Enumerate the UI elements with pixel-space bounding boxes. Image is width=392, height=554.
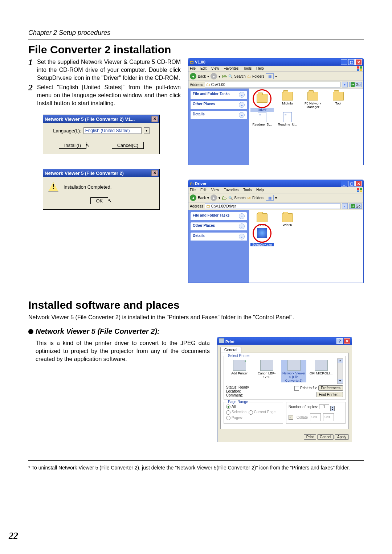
menu-file[interactable]: File [190,66,196,70]
group-copies: Number of copies: 1 ▲▼ ✓ Collate [286,402,346,424]
copies-stepper[interactable]: ▲▼ [330,406,335,411]
address-label: Address [190,204,203,208]
explorer-window-v100: 🗀 V1.00 _ ▢ ✕ File Edit View Favorites T… [188,58,364,165]
back-icon[interactable]: ◄ [190,73,196,79]
side-panel-details[interactable]: Details [193,112,205,118]
back-icon[interactable]: ◄ [190,194,196,201]
folders-icon[interactable]: 🗂 [247,196,251,200]
minimize-icon[interactable]: _ [341,181,347,186]
copies-input[interactable]: 1 [319,405,329,409]
menu-file[interactable]: File [190,188,196,192]
chevron-icon[interactable]: ⌄ [239,223,245,229]
go-label: Go [356,83,360,87]
chevron-icon[interactable]: ⌄ [239,112,245,118]
menu-view[interactable]: View [211,188,219,192]
file-readme2[interactable]: Readme_U... [276,112,299,126]
folder-driver[interactable]: Driver [250,91,274,112]
search-label[interactable]: Search [234,74,246,78]
side-panel-tasks[interactable]: File and Folder Tasks [193,213,230,219]
scrollbar[interactable]: ▲ ▼ [337,358,343,384]
scroll-down-icon[interactable]: ▼ [338,379,343,383]
print-to-file-checkbox[interactable] [294,386,299,391]
status-value: Ready [238,385,249,389]
menu-help[interactable]: Help [256,66,264,70]
go-button[interactable]: ➜ Go [349,82,362,87]
up-folder-icon[interactable]: 🗁 [222,195,227,201]
address-path: C:\V1.00\Driver [211,204,236,208]
side-panel-places[interactable]: Other Places [193,102,215,108]
up-folder-icon[interactable]: 🗁 [222,73,227,79]
radio-all[interactable] [226,405,230,409]
close-icon[interactable]: ✕ [355,181,362,186]
search-icon[interactable]: 🔍 [228,74,233,78]
divider [28,460,364,461]
close-icon[interactable]: ✕ [151,170,158,176]
folders-label[interactable]: Folders [252,196,264,200]
back-label[interactable]: Back [198,74,206,78]
views-icon[interactable]: ▦ [266,195,274,201]
close-icon[interactable]: ✕ [344,338,350,344]
chevron-icon[interactable]: ⌄ [239,213,245,219]
radio-all-label: All [232,405,236,409]
cancel-button[interactable]: Cancel [317,434,334,440]
minimize-icon[interactable]: _ [341,59,347,65]
menu-edit[interactable]: Edit [200,66,207,70]
menu-tools[interactable]: Tools [243,66,252,70]
address-field[interactable]: 🗀 C:\V1.00\Driver [205,203,340,209]
side-panel-places[interactable]: Other Places [193,223,215,229]
folder-win2k[interactable]: Win2K [276,213,299,227]
section-2-text: Network Viewer 5 (File Converter 2) is i… [28,313,364,321]
chevron-down-icon[interactable]: ▼ [342,82,348,87]
forward-icon[interactable]: ► [211,194,217,201]
chevron-icon[interactable]: ⌄ [239,102,245,108]
maximize-icon[interactable]: ▢ [348,59,355,65]
file-label: SetupDrv.exe [250,243,274,246]
close-icon[interactable]: ✕ [151,116,158,122]
side-panel-details[interactable]: Details [193,234,205,239]
subsection-text: This is a kind of the printer driver to … [36,339,210,363]
file-label: Readme_U... [276,123,299,126]
maximize-icon[interactable]: ▢ [348,181,355,186]
apply-button[interactable]: Apply [335,434,349,440]
menu-tools[interactable]: Tools [243,188,252,192]
file-readme1[interactable]: Readme_3l... [250,112,274,126]
views-icon[interactable]: ▦ [266,73,274,79]
chevron-down-icon[interactable]: ▼ [144,127,150,134]
menu-view[interactable]: View [211,66,219,70]
scroll-up-icon[interactable]: ▲ [338,359,343,363]
search-icon[interactable]: 🔍 [228,196,233,200]
ok-button[interactable]: OK [90,197,108,204]
folder-tool[interactable]: Tool [327,91,350,112]
go-button[interactable]: ➜ Go [349,204,362,209]
chevron-icon[interactable]: ⌄ [239,234,245,239]
language-select[interactable]: English (United States) [83,127,142,134]
tab-general[interactable]: General [220,347,241,353]
menu-help[interactable]: Help [256,188,264,192]
side-panel-tasks[interactable]: File and Folder Tasks [193,92,230,98]
chevron-icon[interactable]: ⌄ [239,92,245,98]
chevron-down-icon[interactable]: ▼ [342,203,348,209]
printer-nv5[interactable]: Network Viewer 5 (File Converter2) [281,360,306,382]
folders-label[interactable]: Folders [252,74,264,78]
menu-favorites[interactable]: Favorites [224,66,238,70]
printer-oki[interactable]: OKI MICROLI... [309,360,334,382]
folder-mibinfo[interactable]: MibInfo [276,91,299,112]
cancel-button[interactable]: Cancel(C) [112,142,144,149]
search-label[interactable]: Search [234,196,246,200]
menu-favorites[interactable]: Favorites [224,188,238,192]
back-label[interactable]: Back [198,196,206,200]
printer-canon[interactable]: Canon LBP-1760 [254,360,279,382]
printer-add[interactable]: Add Printer [227,360,252,382]
help-icon[interactable]: ? [336,338,343,344]
forward-icon[interactable]: ► [211,73,217,79]
preferences-button[interactable]: Preferences [318,385,343,391]
address-field[interactable]: 🗀 C:\V1.00 [205,82,340,87]
close-icon[interactable]: ✕ [355,59,362,65]
file-setupdrv[interactable]: SetupDrv.exe [250,226,274,246]
print-button[interactable]: Print [304,434,317,440]
menu-edit[interactable]: Edit [200,188,207,192]
find-printer-button[interactable]: Find Printer... [317,392,343,397]
install-button[interactable]: Install(I) [59,142,86,149]
folders-icon[interactable]: 🗂 [247,74,251,78]
folder-pjnm[interactable]: PJ Network Manager [301,91,324,112]
